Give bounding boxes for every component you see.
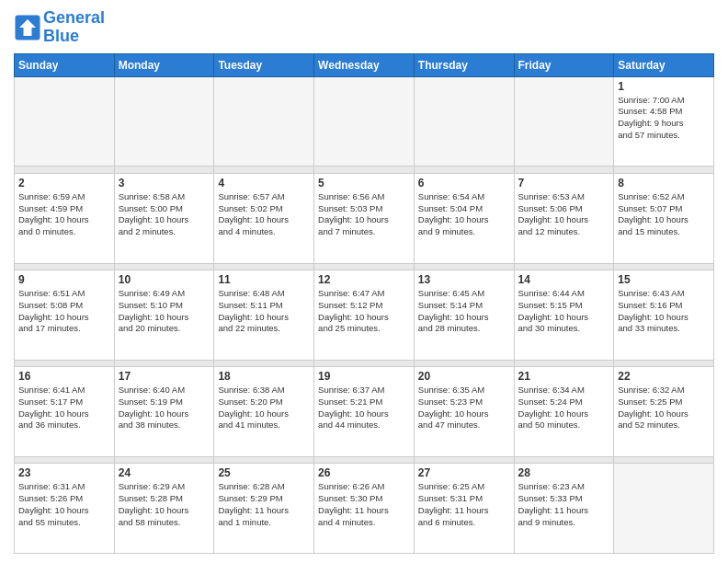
day-header-sunday: Sunday [15, 53, 115, 76]
calendar-cell: 21Sunrise: 6:34 AM Sunset: 5:24 PM Dayli… [514, 367, 614, 457]
row-divider-cell [414, 263, 514, 270]
day-info: Sunrise: 6:38 AM Sunset: 5:20 PM Dayligh… [218, 385, 310, 431]
calendar-table: SundayMondayTuesdayWednesdayThursdayFrid… [14, 53, 714, 554]
calendar-cell: 27Sunrise: 6:25 AM Sunset: 5:31 PM Dayli… [414, 464, 514, 554]
calendar-cell [314, 76, 415, 167]
day-info: Sunrise: 6:40 AM Sunset: 5:19 PM Dayligh… [119, 385, 210, 431]
row-divider-cell [15, 167, 115, 173]
row-divider-cell [514, 263, 614, 270]
day-info: Sunrise: 6:25 AM Sunset: 5:31 PM Dayligh… [418, 481, 510, 528]
calendar-cell: 5Sunrise: 6:56 AM Sunset: 5:03 PM Daylig… [314, 173, 415, 263]
day-number: 25 [218, 466, 310, 479]
day-number: 15 [618, 273, 710, 286]
day-number: 3 [119, 177, 210, 190]
day-info: Sunrise: 6:31 AM Sunset: 5:26 PM Dayligh… [18, 481, 110, 528]
row-divider-cell [214, 263, 314, 270]
logo-icon [14, 14, 41, 41]
calendar-cell: 22Sunrise: 6:32 AM Sunset: 5:25 PM Dayli… [614, 367, 714, 457]
day-info: Sunrise: 6:47 AM Sunset: 5:12 PM Dayligh… [318, 288, 410, 335]
row-divider-cell [414, 167, 514, 173]
calendar-cell: 4Sunrise: 6:57 AM Sunset: 5:02 PM Daylig… [214, 173, 314, 263]
row-divider-cell [314, 360, 415, 366]
day-number: 9 [18, 273, 110, 286]
row-divider-cell [614, 456, 714, 463]
row-divider-cell [314, 167, 415, 173]
day-info: Sunrise: 6:28 AM Sunset: 5:29 PM Dayligh… [218, 481, 310, 528]
day-number: 7 [518, 177, 610, 190]
row-divider-cell [314, 456, 415, 463]
day-info: Sunrise: 6:29 AM Sunset: 5:28 PM Dayligh… [119, 481, 210, 528]
row-divider-cell [214, 167, 314, 173]
row-divider-cell [15, 360, 115, 366]
day-info: Sunrise: 6:26 AM Sunset: 5:30 PM Dayligh… [318, 481, 410, 528]
calendar-cell: 10Sunrise: 6:49 AM Sunset: 5:10 PM Dayli… [114, 270, 214, 360]
day-info: Sunrise: 6:52 AM Sunset: 5:07 PM Dayligh… [618, 191, 710, 238]
calendar-cell: 12Sunrise: 6:47 AM Sunset: 5:12 PM Dayli… [314, 270, 415, 360]
day-info: Sunrise: 7:00 AM Sunset: 4:58 PM Dayligh… [618, 95, 710, 142]
day-header-wednesday: Wednesday [314, 53, 415, 76]
day-info: Sunrise: 6:34 AM Sunset: 5:24 PM Dayligh… [518, 385, 610, 431]
calendar-cell: 18Sunrise: 6:38 AM Sunset: 5:20 PM Dayli… [214, 367, 314, 457]
row-divider-cell [514, 456, 614, 463]
calendar-cell: 14Sunrise: 6:44 AM Sunset: 5:15 PM Dayli… [514, 270, 614, 360]
row-divider-cell [514, 167, 614, 173]
day-number: 11 [218, 273, 310, 286]
day-info: Sunrise: 6:57 AM Sunset: 5:02 PM Dayligh… [218, 191, 310, 238]
day-number: 21 [518, 370, 610, 383]
calendar-cell: 6Sunrise: 6:54 AM Sunset: 5:04 PM Daylig… [414, 173, 514, 263]
day-header-saturday: Saturday [614, 53, 714, 76]
day-number: 2 [18, 177, 110, 190]
day-header-thursday: Thursday [414, 53, 514, 76]
day-number: 18 [218, 370, 310, 383]
day-header-monday: Monday [114, 53, 214, 76]
day-number: 24 [119, 466, 210, 479]
row-divider-cell [15, 456, 115, 463]
day-number: 5 [318, 177, 410, 190]
calendar-cell [15, 76, 115, 167]
day-number: 28 [518, 466, 610, 479]
calendar-cell [414, 76, 514, 167]
day-number: 23 [18, 466, 110, 479]
page: General Blue SundayMondayTuesdayWednesda… [0, 0, 728, 563]
logo: General Blue [14, 9, 105, 46]
day-number: 17 [119, 370, 210, 383]
row-divider-cell [614, 263, 714, 270]
calendar-cell: 7Sunrise: 6:53 AM Sunset: 5:06 PM Daylig… [514, 173, 614, 263]
calendar-cell [514, 76, 614, 167]
row-divider-cell [114, 167, 214, 173]
calendar-cell: 15Sunrise: 6:43 AM Sunset: 5:16 PM Dayli… [614, 270, 714, 360]
day-number: 8 [618, 177, 710, 190]
day-number: 16 [18, 370, 110, 383]
day-number: 27 [418, 466, 510, 479]
day-info: Sunrise: 6:49 AM Sunset: 5:10 PM Dayligh… [119, 288, 210, 335]
calendar-cell: 3Sunrise: 6:58 AM Sunset: 5:00 PM Daylig… [114, 173, 214, 263]
day-number: 13 [418, 273, 510, 286]
calendar-cell [214, 76, 314, 167]
calendar-cell: 13Sunrise: 6:45 AM Sunset: 5:14 PM Dayli… [414, 270, 514, 360]
row-divider-cell [15, 263, 115, 270]
calendar-cell: 1Sunrise: 7:00 AM Sunset: 4:58 PM Daylig… [614, 76, 714, 167]
day-number: 22 [618, 370, 710, 383]
day-info: Sunrise: 6:32 AM Sunset: 5:25 PM Dayligh… [618, 385, 710, 431]
calendar-cell: 20Sunrise: 6:35 AM Sunset: 5:23 PM Dayli… [414, 367, 514, 457]
calendar-cell: 17Sunrise: 6:40 AM Sunset: 5:19 PM Dayli… [114, 367, 214, 457]
row-divider-cell [414, 360, 514, 366]
row-divider-cell [114, 360, 214, 366]
day-info: Sunrise: 6:44 AM Sunset: 5:15 PM Dayligh… [518, 288, 610, 335]
calendar-cell: 9Sunrise: 6:51 AM Sunset: 5:08 PM Daylig… [15, 270, 115, 360]
logo-text: General Blue [43, 9, 105, 46]
calendar-cell [614, 464, 714, 554]
calendar-cell: 26Sunrise: 6:26 AM Sunset: 5:30 PM Dayli… [314, 464, 415, 554]
row-divider-cell [214, 360, 314, 366]
day-number: 12 [318, 273, 410, 286]
day-info: Sunrise: 6:48 AM Sunset: 5:11 PM Dayligh… [218, 288, 310, 335]
day-info: Sunrise: 6:51 AM Sunset: 5:08 PM Dayligh… [18, 288, 110, 335]
day-info: Sunrise: 6:35 AM Sunset: 5:23 PM Dayligh… [418, 385, 510, 431]
calendar-cell: 23Sunrise: 6:31 AM Sunset: 5:26 PM Dayli… [15, 464, 115, 554]
calendar-cell [114, 76, 214, 167]
calendar-cell: 16Sunrise: 6:41 AM Sunset: 5:17 PM Dayli… [15, 367, 115, 457]
calendar-cell: 11Sunrise: 6:48 AM Sunset: 5:11 PM Dayli… [214, 270, 314, 360]
row-divider-cell [614, 167, 714, 173]
day-number: 19 [318, 370, 410, 383]
day-info: Sunrise: 6:54 AM Sunset: 5:04 PM Dayligh… [418, 191, 510, 238]
